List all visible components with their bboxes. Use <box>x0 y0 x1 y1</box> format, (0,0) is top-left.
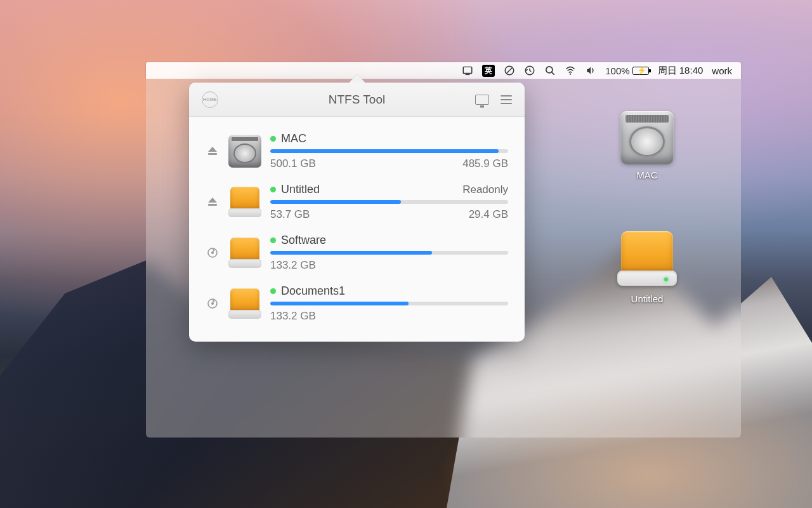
volume-row[interactable]: UntitledReadonly53.7 GB29.4 GB <box>206 177 508 227</box>
internal-drive-icon <box>620 111 674 164</box>
usage-bar <box>270 149 508 153</box>
svg-line-3 <box>507 68 513 74</box>
status-dot-icon <box>270 237 276 243</box>
desktop-drive-label: MAC <box>612 170 682 180</box>
external-drive-icon <box>228 236 261 269</box>
usage-bar <box>270 200 508 204</box>
svg-point-7 <box>570 74 571 75</box>
spotlight-icon[interactable] <box>544 65 556 76</box>
refresh-button[interactable] <box>206 297 219 310</box>
usage-bar <box>270 251 508 255</box>
display-icon[interactable] <box>475 95 489 105</box>
svg-rect-9 <box>208 204 217 206</box>
eject-button[interactable] <box>206 145 219 157</box>
battery-icon: ⚡ <box>632 67 649 75</box>
volume-info: Software133.2 GB <box>270 234 508 272</box>
menubar-user[interactable]: work <box>712 65 732 76</box>
eject-button[interactable] <box>206 196 219 208</box>
volume-icon[interactable] <box>585 65 596 76</box>
svg-point-5 <box>546 67 553 73</box>
volume-name: MAC <box>281 132 306 145</box>
home-button[interactable]: HOME <box>202 91 218 108</box>
desktop-drive-label: Untitled <box>612 293 682 304</box>
volume-row[interactable]: Software133.2 GB <box>206 227 508 278</box>
wifi-icon[interactable] <box>565 65 576 76</box>
input-method-indicator[interactable]: 英 <box>482 65 495 77</box>
panel-title: NTFS Tool <box>189 93 525 107</box>
svg-point-11 <box>211 251 214 254</box>
volume-name: Untitled <box>281 183 320 196</box>
volume-list: MAC500.1 GB485.9 GBUntitledReadonly53.7 … <box>189 117 525 342</box>
battery-indicator[interactable]: 100% ⚡ <box>605 65 648 76</box>
svg-rect-8 <box>208 153 217 155</box>
volume-row[interactable]: MAC500.1 GB485.9 GB <box>206 126 508 177</box>
volume-total: 53.7 GB <box>270 208 310 221</box>
external-drive-icon <box>228 287 261 320</box>
battery-percent: 100% <box>605 65 629 76</box>
usage-bar <box>270 302 508 305</box>
volume-info: Documents1133.2 GB <box>270 284 508 323</box>
svg-point-13 <box>211 302 214 305</box>
do-not-disturb-icon[interactable] <box>504 65 515 76</box>
external-drive-icon <box>228 185 261 218</box>
volume-free: 29.4 GB <box>469 208 508 221</box>
menu-icon[interactable] <box>501 95 512 104</box>
refresh-button[interactable] <box>206 246 219 259</box>
time-machine-icon[interactable] <box>524 65 535 76</box>
volume-total: 133.2 GB <box>270 259 316 272</box>
desktop-drive-untitled[interactable]: Untitled <box>612 229 682 304</box>
svg-rect-1 <box>466 74 470 75</box>
svg-line-6 <box>552 72 554 75</box>
ntfs-tool-panel: HOME NTFS Tool MAC500.1 GB485.9 GBUntitl… <box>189 83 525 342</box>
status-dot-icon <box>270 187 276 192</box>
volume-tag: Readonly <box>462 184 508 196</box>
status-dot-icon <box>270 136 276 142</box>
internal-drive-icon <box>228 135 261 168</box>
volume-total: 500.1 GB <box>270 157 316 170</box>
menubar-app-icon[interactable] <box>462 65 473 76</box>
menubar: 英 100% ⚡ 周日 18:40 work <box>146 62 741 79</box>
status-dot-icon <box>270 288 276 294</box>
menubar-clock[interactable]: 周日 18:40 <box>658 65 704 77</box>
volume-name: Software <box>281 234 326 247</box>
volume-name: Documents1 <box>281 284 345 298</box>
svg-rect-0 <box>463 67 472 73</box>
volume-free: 485.9 GB <box>462 157 508 170</box>
volume-row[interactable]: Documents1133.2 GB <box>206 278 508 329</box>
volume-total: 133.2 GB <box>270 310 316 323</box>
volume-info: UntitledReadonly53.7 GB29.4 GB <box>270 183 508 221</box>
volume-info: MAC500.1 GB485.9 GB <box>270 132 508 170</box>
desktop-drive-mac[interactable]: MAC <box>612 111 682 180</box>
panel-header: HOME NTFS Tool <box>189 83 525 117</box>
external-drive-icon <box>617 229 677 288</box>
